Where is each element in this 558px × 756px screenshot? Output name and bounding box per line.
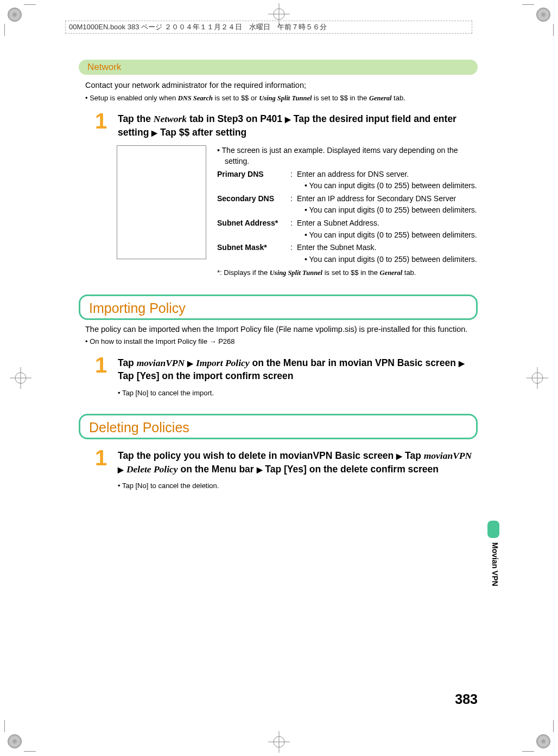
- step-number-icon: 1: [95, 354, 118, 383]
- section-heading-importing: Importing Policy: [79, 294, 478, 320]
- registration-mark-right: [527, 367, 548, 389]
- step-number-icon: 1: [95, 447, 118, 476]
- step-instruction: Tap the Network tab in Step3 on P401 ▶ T…: [118, 110, 478, 139]
- def-subnet-mask: Subnet Mask* : Enter the Subnet Mask.: [217, 242, 478, 253]
- crop-mark-bl: [4, 730, 26, 752]
- step-number-icon: 1: [95, 110, 118, 139]
- section-title: Deleting Policies: [89, 420, 189, 435]
- arrow-icon: ▶: [257, 465, 263, 474]
- section-heading-network: Network: [79, 60, 478, 75]
- arrow-icon: ▶: [396, 452, 402, 460]
- arrow-icon: ▶: [285, 115, 291, 124]
- step-instruction: Tap movianVPN ▶ Import Policy on the Men…: [118, 354, 478, 383]
- section-title: Importing Policy: [89, 300, 186, 316]
- arrow-icon: ▶: [118, 465, 124, 474]
- page-content: Network Contact your network administrat…: [79, 60, 478, 496]
- print-meta-header: 00M1000EN.book 383 ページ ２００４年１１月２４日 水曜日 午…: [65, 21, 472, 34]
- crop-mark-br: [532, 730, 554, 752]
- deleting-sub: • Tap [No] to cancel the deletion.: [118, 481, 473, 491]
- arrow-icon: ▶: [187, 359, 193, 368]
- network-step-1: 1 Tap the Network tab in Step3 on P401 ▶…: [95, 110, 478, 139]
- importing-step-1: 1 Tap movianVPN ▶ Import Policy on the M…: [95, 354, 478, 383]
- importing-bullet: • On how to install the Import Policy fi…: [85, 337, 473, 347]
- network-footnote: *: Displays if the Using Split Tunnel is…: [217, 268, 478, 278]
- importing-sub: • Tap [No] to cancel the import.: [118, 388, 473, 398]
- deleting-step-1: 1 Tap the policy you wish to delete in m…: [95, 447, 478, 476]
- registration-mark-left: [10, 367, 31, 389]
- section-heading-deleting: Deleting Policies: [79, 414, 478, 439]
- section-title: Network: [87, 62, 121, 72]
- crop-mark-tl: [4, 4, 26, 26]
- sidebar-section-label: Movian VPN: [491, 542, 499, 586]
- def-secondary-dns: Secondary DNS : Enter an IP address for …: [217, 194, 478, 204]
- arrow-icon: ▶: [151, 128, 157, 137]
- network-detail-block: • The screen is just an example. Display…: [117, 145, 478, 278]
- screenshot-placeholder: [117, 145, 206, 259]
- step-instruction: Tap the policy you wish to delete in mov…: [118, 447, 478, 476]
- network-setup-bullet: • Setup is enabled only when DNS Search …: [85, 93, 473, 103]
- importing-intro: The policy can be imported when the Impo…: [85, 324, 471, 335]
- def-subnet-addr: Subnet Address* : Enter a Subnet Address…: [217, 218, 478, 229]
- def-primary-dns: Primary DNS : Enter an address for DNS s…: [217, 169, 478, 180]
- arrow-icon: ▶: [459, 359, 465, 368]
- sidebar-section-tab: [487, 521, 499, 538]
- network-definitions: • The screen is just an example. Display…: [217, 145, 478, 278]
- crop-mark-tr: [532, 4, 554, 26]
- registration-mark-bottom: [268, 731, 290, 753]
- page-number: 383: [455, 691, 478, 707]
- detail-note: • The screen is just an example. Display…: [217, 145, 478, 166]
- def-subnet-mask-sub: • You can input digits (0 to 255) betwee…: [217, 254, 478, 265]
- def-primary-dns-sub: • You can input digits (0 to 255) betwee…: [217, 181, 478, 191]
- network-intro: Contact your network administrator for t…: [85, 80, 471, 91]
- def-secondary-dns-sub: • You can input digits (0 to 255) betwee…: [217, 205, 478, 216]
- def-subnet-addr-sub: • You can input digits (0 to 255) betwee…: [217, 230, 478, 241]
